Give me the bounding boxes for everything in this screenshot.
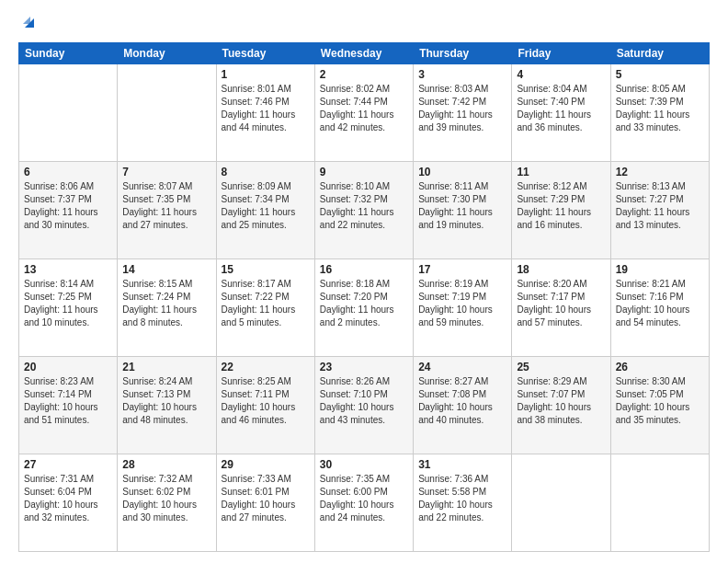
calendar-week-row: 1Sunrise: 8:01 AMSunset: 7:46 PMDaylight… (19, 64, 710, 162)
day-number: 21 (122, 361, 210, 373)
day-info: Sunrise: 7:32 AMSunset: 6:02 PMDaylight:… (122, 473, 210, 524)
calendar-cell: 12Sunrise: 8:13 AMSunset: 7:27 PMDayligh… (610, 162, 709, 259)
day-number: 2 (320, 68, 408, 81)
calendar-cell: 22Sunrise: 8:25 AMSunset: 7:11 PMDayligh… (216, 357, 314, 454)
logo (18, 15, 36, 33)
day-number: 31 (418, 458, 506, 471)
calendar-cell: 17Sunrise: 8:19 AMSunset: 7:19 PMDayligh… (414, 259, 512, 357)
calendar-cell: 19Sunrise: 8:21 AMSunset: 7:16 PMDayligh… (610, 259, 709, 357)
column-header-tuesday: Tuesday (216, 43, 314, 64)
calendar-cell: 4Sunrise: 8:04 AMSunset: 7:40 PMDaylight… (512, 64, 610, 162)
day-info: Sunrise: 7:36 AMSunset: 5:58 PMDaylight:… (418, 473, 506, 524)
calendar-cell: 14Sunrise: 8:15 AMSunset: 7:24 PMDayligh… (118, 259, 216, 357)
calendar-week-row: 27Sunrise: 7:31 AMSunset: 6:04 PMDayligh… (19, 454, 710, 552)
calendar-week-row: 13Sunrise: 8:14 AMSunset: 7:25 PMDayligh… (19, 259, 710, 357)
day-number: 25 (517, 361, 605, 373)
calendar-header-row: SundayMondayTuesdayWednesdayThursdayFrid… (19, 43, 710, 64)
calendar-cell: 8Sunrise: 8:09 AMSunset: 7:34 PMDaylight… (216, 162, 314, 259)
calendar-cell: 10Sunrise: 8:11 AMSunset: 7:30 PMDayligh… (414, 162, 512, 259)
day-number: 14 (122, 263, 210, 276)
column-header-thursday: Thursday (414, 43, 512, 64)
day-number: 9 (320, 166, 408, 178)
day-info: Sunrise: 8:14 AMSunset: 7:25 PMDaylight:… (24, 278, 112, 329)
day-info: Sunrise: 8:15 AMSunset: 7:24 PMDaylight:… (122, 278, 210, 329)
day-info: Sunrise: 8:21 AMSunset: 7:16 PMDaylight:… (616, 278, 704, 329)
day-number: 5 (616, 68, 704, 81)
day-info: Sunrise: 8:11 AMSunset: 7:30 PMDaylight:… (418, 180, 506, 232)
day-info: Sunrise: 8:26 AMSunset: 7:10 PMDaylight:… (320, 375, 408, 427)
day-number: 18 (517, 263, 605, 276)
calendar-cell: 7Sunrise: 8:07 AMSunset: 7:35 PMDaylight… (118, 162, 216, 259)
day-number: 22 (222, 361, 310, 373)
calendar-cell: 13Sunrise: 8:14 AMSunset: 7:25 PMDayligh… (19, 259, 118, 357)
calendar-cell: 9Sunrise: 8:10 AMSunset: 7:32 PMDaylight… (314, 162, 413, 259)
calendar-cell: 23Sunrise: 8:26 AMSunset: 7:10 PMDayligh… (314, 357, 413, 454)
day-number: 12 (616, 166, 704, 178)
day-number: 15 (222, 263, 310, 276)
day-number: 16 (320, 263, 408, 276)
day-info: Sunrise: 8:04 AMSunset: 7:40 PMDaylight:… (517, 83, 605, 134)
calendar-cell: 15Sunrise: 8:17 AMSunset: 7:22 PMDayligh… (216, 259, 314, 357)
day-number: 19 (616, 263, 704, 276)
calendar-cell: 5Sunrise: 8:05 AMSunset: 7:39 PMDaylight… (610, 64, 709, 162)
day-number: 23 (320, 361, 408, 373)
calendar-cell: 29Sunrise: 7:33 AMSunset: 6:01 PMDayligh… (216, 454, 314, 552)
day-info: Sunrise: 8:19 AMSunset: 7:19 PMDaylight:… (418, 278, 506, 329)
calendar-week-row: 20Sunrise: 8:23 AMSunset: 7:14 PMDayligh… (19, 357, 710, 454)
day-info: Sunrise: 8:02 AMSunset: 7:44 PMDaylight:… (320, 83, 408, 134)
calendar-cell (610, 454, 709, 552)
day-info: Sunrise: 8:12 AMSunset: 7:29 PMDaylight:… (517, 180, 605, 232)
column-header-friday: Friday (512, 43, 610, 64)
day-number: 11 (517, 166, 605, 178)
logo-icon (21, 15, 36, 29)
day-info: Sunrise: 8:29 AMSunset: 7:07 PMDaylight:… (517, 375, 605, 427)
day-info: Sunrise: 7:35 AMSunset: 6:00 PMDaylight:… (320, 473, 408, 524)
calendar-table: SundayMondayTuesdayWednesdayThursdayFrid… (18, 42, 710, 552)
column-header-saturday: Saturday (610, 43, 709, 64)
calendar-cell: 3Sunrise: 8:03 AMSunset: 7:42 PMDaylight… (414, 64, 512, 162)
column-header-sunday: Sunday (19, 43, 118, 64)
calendar-cell (118, 64, 216, 162)
day-info: Sunrise: 8:27 AMSunset: 7:08 PMDaylight:… (418, 375, 506, 427)
calendar-cell: 20Sunrise: 8:23 AMSunset: 7:14 PMDayligh… (19, 357, 118, 454)
day-number: 28 (122, 458, 210, 471)
day-number: 24 (418, 361, 506, 373)
day-number: 20 (24, 361, 112, 373)
calendar-cell: 30Sunrise: 7:35 AMSunset: 6:00 PMDayligh… (314, 454, 413, 552)
day-info: Sunrise: 8:10 AMSunset: 7:32 PMDaylight:… (320, 180, 408, 232)
day-info: Sunrise: 8:25 AMSunset: 7:11 PMDaylight:… (222, 375, 310, 427)
calendar-cell: 27Sunrise: 7:31 AMSunset: 6:04 PMDayligh… (19, 454, 118, 552)
day-info: Sunrise: 8:20 AMSunset: 7:17 PMDaylight:… (517, 278, 605, 329)
calendar-page: SundayMondayTuesdayWednesdayThursdayFrid… (0, 0, 728, 563)
calendar-cell: 2Sunrise: 8:02 AMSunset: 7:44 PMDaylight… (314, 64, 413, 162)
day-info: Sunrise: 8:24 AMSunset: 7:13 PMDaylight:… (122, 375, 210, 427)
day-number: 1 (222, 68, 310, 81)
day-info: Sunrise: 8:09 AMSunset: 7:34 PMDaylight:… (222, 180, 310, 232)
day-number: 10 (418, 166, 506, 178)
day-info: Sunrise: 8:01 AMSunset: 7:46 PMDaylight:… (222, 83, 310, 134)
calendar-week-row: 6Sunrise: 8:06 AMSunset: 7:37 PMDaylight… (19, 162, 710, 259)
day-info: Sunrise: 8:03 AMSunset: 7:42 PMDaylight:… (418, 83, 506, 134)
calendar-cell: 11Sunrise: 8:12 AMSunset: 7:29 PMDayligh… (512, 162, 610, 259)
calendar-cell: 18Sunrise: 8:20 AMSunset: 7:17 PMDayligh… (512, 259, 610, 357)
calendar-cell: 1Sunrise: 8:01 AMSunset: 7:46 PMDaylight… (216, 64, 314, 162)
day-number: 30 (320, 458, 408, 471)
calendar-cell: 26Sunrise: 8:30 AMSunset: 7:05 PMDayligh… (610, 357, 709, 454)
calendar-cell: 25Sunrise: 8:29 AMSunset: 7:07 PMDayligh… (512, 357, 610, 454)
day-number: 4 (517, 68, 605, 81)
day-number: 3 (418, 68, 506, 81)
column-header-monday: Monday (118, 43, 216, 64)
column-header-wednesday: Wednesday (314, 43, 413, 64)
day-info: Sunrise: 8:17 AMSunset: 7:22 PMDaylight:… (222, 278, 310, 329)
day-info: Sunrise: 8:23 AMSunset: 7:14 PMDaylight:… (24, 375, 112, 427)
day-number: 26 (616, 361, 704, 373)
calendar-cell: 28Sunrise: 7:32 AMSunset: 6:02 PMDayligh… (118, 454, 216, 552)
calendar-cell (512, 454, 610, 552)
day-number: 27 (24, 458, 112, 471)
day-info: Sunrise: 8:30 AMSunset: 7:05 PMDaylight:… (616, 375, 704, 427)
day-info: Sunrise: 8:18 AMSunset: 7:20 PMDaylight:… (320, 278, 408, 329)
calendar-cell: 16Sunrise: 8:18 AMSunset: 7:20 PMDayligh… (314, 259, 413, 357)
calendar-cell: 24Sunrise: 8:27 AMSunset: 7:08 PMDayligh… (414, 357, 512, 454)
day-number: 7 (122, 166, 210, 178)
day-info: Sunrise: 8:07 AMSunset: 7:35 PMDaylight:… (122, 180, 210, 232)
